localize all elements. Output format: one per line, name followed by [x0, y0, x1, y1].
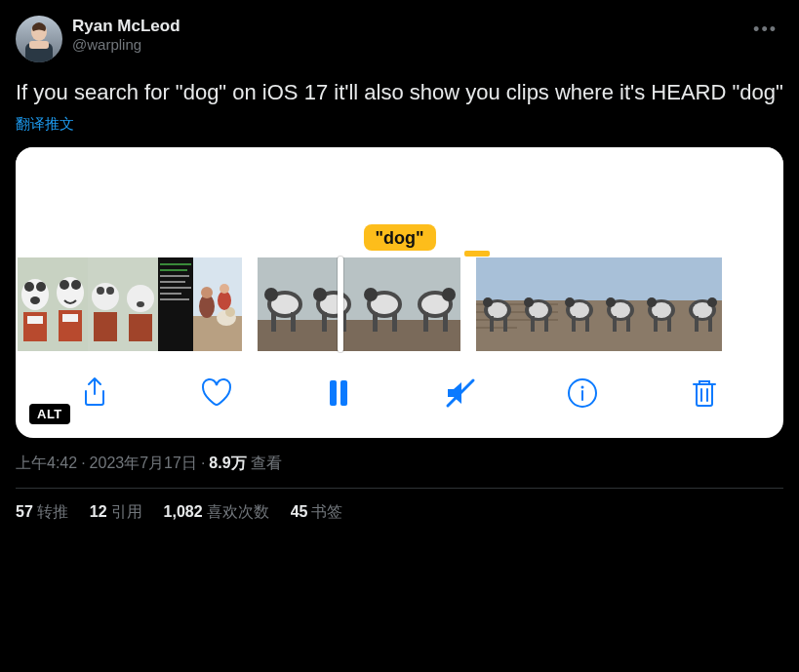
- svg-rect-61: [373, 312, 378, 332]
- svg-point-46: [264, 288, 278, 301]
- svg-rect-79: [490, 316, 494, 332]
- svg-point-7: [36, 282, 46, 292]
- svg-point-102: [606, 297, 616, 307]
- media-attachment[interactable]: "dog": [16, 147, 783, 438]
- svg-rect-112: [681, 257, 722, 300]
- info-icon: [566, 376, 599, 410]
- thumbnail: [359, 257, 410, 351]
- playhead[interactable]: [338, 257, 343, 352]
- author-block[interactable]: Ryan McLeod @warpling: [72, 16, 180, 55]
- svg-rect-62: [392, 312, 397, 332]
- svg-rect-68: [423, 312, 428, 332]
- svg-point-60: [364, 288, 378, 301]
- svg-rect-10: [27, 316, 43, 324]
- display-name: Ryan McLeod: [72, 16, 180, 36]
- clip-group-2: [258, 257, 460, 351]
- thumbnail: [476, 257, 517, 351]
- svg-point-8: [30, 296, 40, 304]
- svg-rect-90: [544, 316, 548, 332]
- thumbnail: [258, 257, 308, 351]
- tweet-container: ••• Ryan McLeod @warpling If you search …: [0, 0, 799, 523]
- svg-point-20: [106, 287, 114, 295]
- more-options-button[interactable]: •••: [747, 14, 783, 46]
- pause-button[interactable]: [317, 372, 360, 415]
- svg-rect-26: [158, 257, 193, 351]
- svg-rect-118: [708, 316, 712, 332]
- thumbnail: [640, 257, 681, 351]
- media-toolbar: [16, 352, 783, 438]
- svg-rect-30: [160, 281, 185, 283]
- translate-link[interactable]: 翻译推文: [16, 115, 783, 134]
- thumbnail: [517, 257, 558, 351]
- avatar[interactable]: [16, 16, 62, 62]
- svg-point-67: [442, 288, 456, 301]
- svg-rect-27: [160, 263, 191, 265]
- handle: @warpling: [72, 36, 180, 55]
- svg-point-109: [647, 297, 657, 307]
- info-button[interactable]: [561, 372, 604, 415]
- svg-rect-50: [308, 320, 359, 351]
- search-term-badge: "dog": [363, 224, 435, 251]
- svg-rect-120: [340, 380, 347, 406]
- tweet-meta: 上午4:42 · 2023年7月17日 · 8.9万 查看: [16, 454, 783, 474]
- share-icon: [78, 376, 111, 410]
- svg-rect-70: [476, 257, 517, 300]
- svg-rect-96: [572, 316, 576, 332]
- svg-rect-103: [613, 316, 617, 332]
- svg-rect-105: [640, 257, 681, 300]
- thumbnail: [88, 257, 123, 351]
- svg-rect-104: [626, 316, 630, 332]
- divider: [16, 488, 783, 489]
- svg-point-14: [71, 280, 81, 290]
- svg-point-41: [220, 284, 229, 294]
- svg-rect-110: [654, 316, 658, 332]
- views-label: 查看: [251, 454, 282, 474]
- pause-icon: [322, 376, 355, 410]
- thumbnail: [193, 257, 242, 351]
- views-count: 8.9万: [209, 454, 246, 474]
- delete-button[interactable]: [683, 372, 726, 415]
- video-timeline[interactable]: [16, 257, 783, 352]
- svg-rect-33: [160, 298, 189, 300]
- thumbnail: [681, 257, 722, 351]
- svg-rect-91: [558, 257, 599, 300]
- like-button[interactable]: [195, 372, 238, 415]
- tweet-date[interactable]: 2023年7月17日: [90, 454, 197, 474]
- timeline-marker: [464, 251, 490, 257]
- svg-rect-64: [410, 320, 460, 351]
- svg-rect-97: [585, 316, 589, 332]
- svg-point-18: [92, 283, 119, 310]
- svg-rect-21: [94, 312, 117, 341]
- quotes-stat[interactable]: 12引用: [90, 502, 142, 523]
- svg-point-19: [97, 287, 104, 295]
- stats-row: 57转推 12引用 1,082喜欢次数 45书签: [16, 502, 783, 523]
- svg-rect-31: [160, 287, 191, 289]
- bookmarks-stat[interactable]: 45书签: [291, 502, 343, 523]
- retweets-stat[interactable]: 57转推: [16, 502, 68, 523]
- likes-stat[interactable]: 1,082喜欢次数: [164, 502, 269, 523]
- tweet-header: Ryan McLeod @warpling: [16, 16, 783, 62]
- svg-rect-47: [271, 312, 276, 332]
- thumbnail: [308, 257, 359, 351]
- svg-rect-80: [503, 316, 507, 332]
- svg-point-53: [313, 288, 327, 301]
- tweet-time[interactable]: 上午4:42: [16, 454, 77, 474]
- media-top-area: "dog": [16, 147, 783, 257]
- svg-rect-25: [129, 314, 152, 341]
- trash-icon: [688, 376, 721, 410]
- svg-rect-48: [291, 312, 296, 332]
- share-button[interactable]: [73, 372, 116, 415]
- alt-badge[interactable]: ALT: [29, 404, 70, 424]
- thumbnail: [410, 257, 460, 351]
- clip-group-1: [18, 257, 242, 351]
- thumbnail: [558, 257, 599, 351]
- svg-rect-81: [517, 257, 558, 300]
- speaker-muted-icon: [444, 376, 477, 410]
- svg-point-23: [127, 285, 154, 312]
- svg-rect-57: [359, 320, 410, 351]
- mute-button[interactable]: [439, 372, 482, 415]
- svg-point-13: [60, 280, 69, 290]
- svg-point-95: [565, 297, 575, 307]
- svg-rect-3: [29, 41, 49, 49]
- thumbnail: [53, 257, 88, 351]
